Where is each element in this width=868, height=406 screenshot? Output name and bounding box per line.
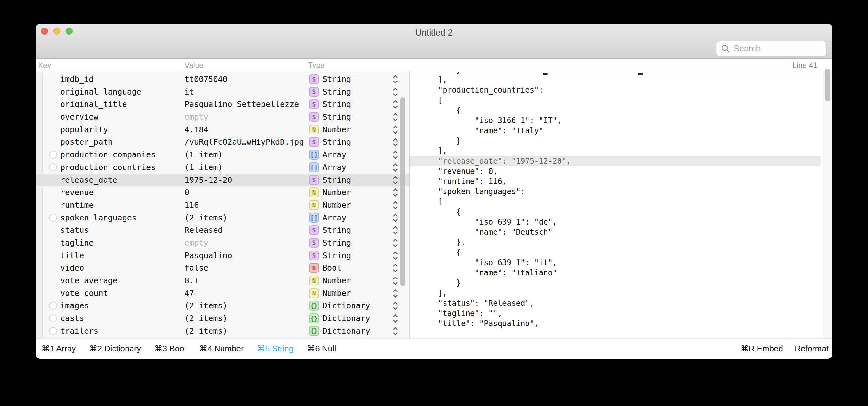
row-value[interactable]: 1975-12-20 <box>185 175 232 184</box>
json-line[interactable]: ], <box>410 288 821 298</box>
type-stepper[interactable] <box>392 188 399 197</box>
json-line[interactable]: "name": "Deutsch" <box>410 227 821 237</box>
row-value[interactable]: empty <box>185 112 208 121</box>
type-stepper[interactable] <box>392 125 399 134</box>
json-line[interactable]: "runtime": 116, <box>410 176 821 186</box>
json-line[interactable]: } <box>410 136 821 146</box>
search-input[interactable] <box>734 44 819 54</box>
table-row[interactable]: production_companies (1 item) [] Array <box>35 148 409 161</box>
type-stepper[interactable] <box>392 213 399 222</box>
table-row[interactable]: imdb_id tt0075040 S String <box>35 73 409 86</box>
row-value[interactable]: (2 items) <box>185 314 227 323</box>
json-line[interactable]: "name": "Italy" <box>410 125 821 136</box>
type-stepper[interactable] <box>392 226 399 235</box>
disclosure-circle[interactable] <box>49 151 57 158</box>
json-line[interactable]: } <box>410 278 821 288</box>
type-stepper[interactable] <box>392 301 399 310</box>
type-stepper[interactable] <box>392 314 399 323</box>
table-row[interactable]: runtime 116 N Number <box>35 199 409 211</box>
json-line[interactable]: }, <box>410 237 821 248</box>
json-line[interactable]: ], <box>410 75 821 85</box>
row-value[interactable]: 4.184 <box>185 125 208 134</box>
type-stepper[interactable] <box>392 238 399 248</box>
json-line[interactable]: } <box>410 72 821 75</box>
row-value[interactable]: 47 <box>185 289 194 298</box>
row-value[interactable]: (1 item) <box>185 163 222 172</box>
row-value[interactable]: false <box>185 263 208 272</box>
row-value[interactable]: (2 items) <box>185 326 227 336</box>
json-line[interactable]: { <box>410 207 821 217</box>
json-line[interactable]: "name": "Italiano" <box>410 268 821 278</box>
table-row[interactable]: tagline empty S String <box>35 237 409 249</box>
type-shortcut[interactable]: ⌘6 Null <box>307 344 336 354</box>
type-stepper[interactable] <box>392 75 399 84</box>
json-line[interactable]: { <box>410 248 821 258</box>
type-shortcut[interactable]: ⌘4 Number <box>199 344 244 354</box>
row-value[interactable]: /vuRqlFcO2aU…wHiyPkdD.jpg <box>185 137 304 147</box>
json-line[interactable]: { <box>410 105 821 115</box>
table-row[interactable]: original_title Pasqualino Settebellezze … <box>35 98 409 111</box>
type-stepper[interactable] <box>392 251 399 260</box>
row-value[interactable]: (2 items) <box>185 213 227 222</box>
disclosure-circle[interactable] <box>49 314 57 322</box>
json-line[interactable]: [ <box>410 197 821 207</box>
row-value[interactable]: empty <box>185 238 208 248</box>
type-shortcut[interactable]: ⌘5 String <box>257 344 294 354</box>
row-value[interactable]: Pasqualino <box>185 251 232 260</box>
table-row[interactable]: revenue 0 N Number <box>35 186 409 199</box>
disclosure-circle[interactable] <box>49 302 57 310</box>
row-value[interactable]: Released <box>185 226 222 235</box>
json-line[interactable]: "iso_639_1": "de", <box>410 217 821 227</box>
json-line[interactable]: "production_countries": <box>410 85 821 95</box>
table-row[interactable]: casts (2 items) {} Dictionary <box>35 312 409 325</box>
type-stepper[interactable] <box>392 163 399 172</box>
json-line[interactable]: "revenue": 0, <box>410 166 821 176</box>
type-shortcut[interactable]: ⌘3 Bool <box>154 344 186 354</box>
table-row[interactable]: vote_count 47 N Number <box>35 287 409 300</box>
type-shortcut[interactable]: ⌘2 Dictionary <box>89 344 141 354</box>
search-field[interactable] <box>716 40 827 56</box>
table-row[interactable]: vote_average 8.1 N Number <box>35 274 409 287</box>
row-value[interactable]: (1 item) <box>185 150 222 159</box>
table-row[interactable]: popularity 4.184 N Number <box>35 123 409 136</box>
type-stepper[interactable] <box>392 264 399 272</box>
row-value[interactable]: it <box>185 87 194 96</box>
type-shortcut[interactable]: ⌘1 Array <box>41 344 76 354</box>
row-value[interactable]: Pasqualino Settebellezze <box>185 99 299 109</box>
disclosure-circle[interactable] <box>49 163 57 171</box>
table-row[interactable]: status Released S String <box>35 224 409 237</box>
json-line[interactable]: "title": "Pasqualino", <box>410 318 821 328</box>
editor-scrollbar-thumb[interactable] <box>825 68 830 102</box>
table-row[interactable]: poster_path /vuRqlFcO2aU…wHiyPkdD.jpg S … <box>35 136 409 148</box>
json-line[interactable]: ], <box>410 146 821 156</box>
table-row[interactable]: title Pasqualino S String <box>35 249 409 262</box>
table-row[interactable]: images (2 items) {} Dictionary <box>35 299 409 312</box>
type-stepper[interactable] <box>392 289 399 298</box>
table-row[interactable]: overview empty S String <box>35 111 409 123</box>
json-line[interactable]: "status": "Released", <box>410 298 821 308</box>
disclosure-circle[interactable] <box>49 214 57 222</box>
row-value[interactable]: tt0075040 <box>185 75 227 84</box>
table-row[interactable]: trailers (2 items) {} Dictionary <box>35 325 409 338</box>
table-row[interactable]: video false B Bool <box>35 262 409 274</box>
type-stepper[interactable] <box>392 88 399 96</box>
table-row[interactable]: spoken_languages (2 items) [] Array <box>35 211 409 224</box>
type-stepper[interactable] <box>392 201 399 210</box>
json-line[interactable]: [ <box>410 95 821 105</box>
type-stepper[interactable] <box>392 150 399 159</box>
type-stepper[interactable] <box>392 176 399 184</box>
type-stepper[interactable] <box>392 138 399 147</box>
type-stepper[interactable] <box>392 276 399 285</box>
row-value[interactable]: 8.1 <box>185 276 199 285</box>
row-value[interactable]: (2 items) <box>185 301 227 310</box>
json-line[interactable]: "tagline": "", <box>410 308 821 318</box>
disclosure-circle[interactable] <box>49 327 57 335</box>
row-value[interactable]: 0 <box>185 188 189 197</box>
json-line[interactable]: "iso_639_1": "it", <box>410 258 821 268</box>
table-row[interactable]: production_countries (1 item) [] Array <box>35 161 409 174</box>
type-stepper[interactable] <box>392 100 399 109</box>
table-scrollbar-thumb[interactable] <box>400 97 405 286</box>
json-line[interactable]: "release_date": "1975-12-20", <box>410 156 821 166</box>
table-row[interactable]: original_language it S String <box>35 86 409 98</box>
type-stepper[interactable] <box>392 113 399 121</box>
